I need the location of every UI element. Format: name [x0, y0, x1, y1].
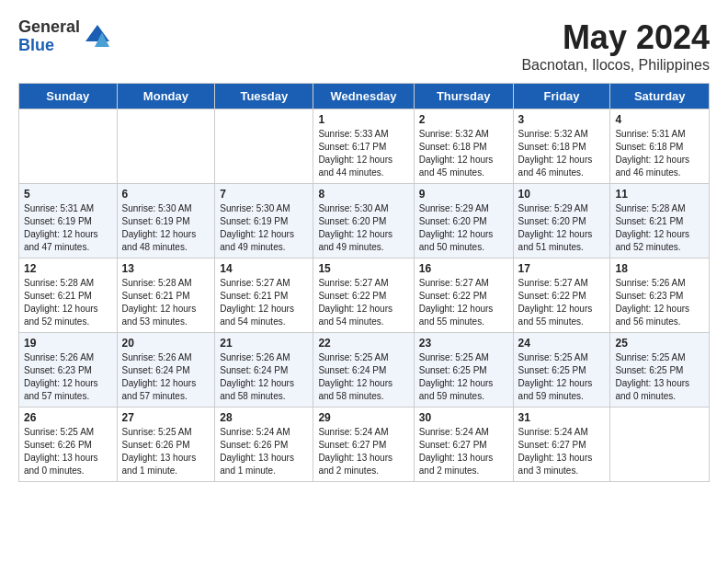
- day-number: 22: [318, 337, 408, 350]
- day-info: Sunrise: 5:26 AMSunset: 6:24 PMDaylight:…: [220, 351, 308, 403]
- calendar-day-cell: 18Sunrise: 5:26 AMSunset: 6:23 PMDayligh…: [610, 259, 710, 333]
- day-number: 9: [419, 188, 508, 201]
- day-info: Sunrise: 5:24 AMSunset: 6:26 PMDaylight:…: [220, 426, 308, 477]
- calendar-day-header: Monday: [117, 84, 215, 109]
- day-info: Sunrise: 5:27 AMSunset: 6:22 PMDaylight:…: [518, 277, 606, 328]
- day-number: 31: [518, 411, 606, 424]
- day-info: Sunrise: 5:31 AMSunset: 6:18 PMDaylight:…: [615, 128, 704, 179]
- calendar-day-cell: 17Sunrise: 5:27 AMSunset: 6:22 PMDayligh…: [513, 259, 610, 333]
- day-info: Sunrise: 5:30 AMSunset: 6:20 PMDaylight:…: [318, 202, 408, 254]
- day-number: 25: [615, 337, 704, 350]
- page-header: General Blue May 2024 Bacnotan, Ilocos, …: [18, 18, 710, 74]
- day-number: 29: [318, 411, 408, 424]
- day-info: Sunrise: 5:32 AMSunset: 6:18 PMDaylight:…: [518, 128, 606, 179]
- day-number: 28: [220, 411, 308, 424]
- day-number: 5: [24, 188, 112, 201]
- day-info: Sunrise: 5:28 AMSunset: 6:21 PMDaylight:…: [122, 277, 210, 328]
- location-title: Bacnotan, Ilocos, Philippines: [521, 57, 710, 74]
- calendar-day-cell: 13Sunrise: 5:28 AMSunset: 6:21 PMDayligh…: [117, 259, 215, 333]
- day-info: Sunrise: 5:25 AMSunset: 6:26 PMDaylight:…: [122, 426, 210, 477]
- calendar-day-cell: 24Sunrise: 5:25 AMSunset: 6:25 PMDayligh…: [513, 333, 610, 408]
- day-info: Sunrise: 5:28 AMSunset: 6:21 PMDaylight:…: [24, 277, 112, 328]
- day-number: 12: [24, 262, 112, 275]
- day-number: 1: [318, 113, 408, 126]
- day-number: 16: [419, 262, 508, 275]
- day-number: 4: [615, 113, 704, 126]
- day-number: 23: [419, 337, 508, 350]
- calendar-table: SundayMondayTuesdayWednesdayThursdayFrid…: [18, 83, 710, 482]
- day-number: 11: [615, 188, 704, 201]
- month-year-title: May 2024: [521, 18, 710, 57]
- calendar-day-cell: 11Sunrise: 5:28 AMSunset: 6:21 PMDayligh…: [610, 184, 710, 259]
- day-number: 3: [518, 113, 606, 126]
- calendar-day-cell: [215, 109, 313, 184]
- day-number: 7: [220, 188, 308, 201]
- day-info: Sunrise: 5:26 AMSunset: 6:24 PMDaylight:…: [122, 351, 210, 403]
- calendar-day-header: Tuesday: [215, 84, 313, 109]
- calendar-day-cell: 29Sunrise: 5:24 AMSunset: 6:27 PMDayligh…: [313, 408, 414, 482]
- logo-blue: Blue: [18, 37, 80, 55]
- calendar-day-cell: 20Sunrise: 5:26 AMSunset: 6:24 PMDayligh…: [117, 333, 215, 408]
- day-number: 2: [419, 113, 508, 126]
- calendar-day-cell: 4Sunrise: 5:31 AMSunset: 6:18 PMDaylight…: [610, 109, 710, 184]
- day-info: Sunrise: 5:27 AMSunset: 6:21 PMDaylight:…: [220, 277, 308, 328]
- day-number: 24: [518, 337, 606, 350]
- logo-icon: [84, 23, 111, 51]
- calendar-day-header: Friday: [513, 84, 610, 109]
- day-info: Sunrise: 5:25 AMSunset: 6:25 PMDaylight:…: [419, 351, 508, 403]
- calendar-day-header: Saturday: [610, 84, 710, 109]
- calendar-day-header: Thursday: [414, 84, 513, 109]
- day-number: 18: [615, 262, 704, 275]
- calendar-day-cell: 30Sunrise: 5:24 AMSunset: 6:27 PMDayligh…: [414, 408, 513, 482]
- calendar-day-cell: 1Sunrise: 5:33 AMSunset: 6:17 PMDaylight…: [313, 109, 414, 184]
- calendar-day-cell: 6Sunrise: 5:30 AMSunset: 6:19 PMDaylight…: [117, 184, 215, 259]
- title-block: May 2024 Bacnotan, Ilocos, Philippines: [521, 18, 710, 74]
- calendar-day-cell: 3Sunrise: 5:32 AMSunset: 6:18 PMDaylight…: [513, 109, 610, 184]
- day-info: Sunrise: 5:25 AMSunset: 6:25 PMDaylight:…: [518, 351, 606, 403]
- day-info: Sunrise: 5:26 AMSunset: 6:23 PMDaylight:…: [615, 277, 704, 328]
- day-info: Sunrise: 5:33 AMSunset: 6:17 PMDaylight:…: [318, 128, 408, 179]
- day-number: 27: [122, 411, 210, 424]
- day-info: Sunrise: 5:25 AMSunset: 6:26 PMDaylight:…: [24, 426, 112, 477]
- day-number: 20: [122, 337, 210, 350]
- day-info: Sunrise: 5:31 AMSunset: 6:19 PMDaylight:…: [24, 202, 112, 254]
- calendar-week-row: 5Sunrise: 5:31 AMSunset: 6:19 PMDaylight…: [19, 184, 710, 259]
- calendar-day-cell: 28Sunrise: 5:24 AMSunset: 6:26 PMDayligh…: [215, 408, 313, 482]
- calendar-week-row: 1Sunrise: 5:33 AMSunset: 6:17 PMDaylight…: [19, 109, 710, 184]
- day-info: Sunrise: 5:27 AMSunset: 6:22 PMDaylight:…: [419, 277, 508, 328]
- day-number: 26: [24, 411, 112, 424]
- day-info: Sunrise: 5:27 AMSunset: 6:22 PMDaylight:…: [318, 277, 408, 328]
- day-info: Sunrise: 5:26 AMSunset: 6:23 PMDaylight:…: [24, 351, 112, 403]
- calendar-day-header: Sunday: [19, 84, 118, 109]
- calendar-header-row: SundayMondayTuesdayWednesdayThursdayFrid…: [19, 84, 710, 109]
- calendar-day-cell: 8Sunrise: 5:30 AMSunset: 6:20 PMDaylight…: [313, 184, 414, 259]
- day-info: Sunrise: 5:30 AMSunset: 6:19 PMDaylight:…: [122, 202, 210, 254]
- calendar-day-cell: 22Sunrise: 5:25 AMSunset: 6:24 PMDayligh…: [313, 333, 414, 408]
- calendar-day-header: Wednesday: [313, 84, 414, 109]
- day-number: 30: [419, 411, 508, 424]
- calendar-day-cell: 2Sunrise: 5:32 AMSunset: 6:18 PMDaylight…: [414, 109, 513, 184]
- calendar-day-cell: 16Sunrise: 5:27 AMSunset: 6:22 PMDayligh…: [414, 259, 513, 333]
- calendar-day-cell: 9Sunrise: 5:29 AMSunset: 6:20 PMDaylight…: [414, 184, 513, 259]
- day-info: Sunrise: 5:30 AMSunset: 6:19 PMDaylight:…: [220, 202, 308, 254]
- day-info: Sunrise: 5:29 AMSunset: 6:20 PMDaylight:…: [419, 202, 508, 254]
- day-info: Sunrise: 5:24 AMSunset: 6:27 PMDaylight:…: [419, 426, 508, 477]
- calendar-day-cell: 7Sunrise: 5:30 AMSunset: 6:19 PMDaylight…: [215, 184, 313, 259]
- logo-general: General: [18, 18, 80, 37]
- day-number: 17: [518, 262, 606, 275]
- calendar-week-row: 19Sunrise: 5:26 AMSunset: 6:23 PMDayligh…: [19, 333, 710, 408]
- calendar-day-cell: [610, 408, 710, 482]
- day-info: Sunrise: 5:29 AMSunset: 6:20 PMDaylight:…: [518, 202, 606, 254]
- logo: General Blue: [18, 18, 111, 55]
- svg-marker-0: [85, 25, 109, 41]
- calendar-day-cell: 14Sunrise: 5:27 AMSunset: 6:21 PMDayligh…: [215, 259, 313, 333]
- calendar-day-cell: 12Sunrise: 5:28 AMSunset: 6:21 PMDayligh…: [19, 259, 118, 333]
- day-info: Sunrise: 5:25 AMSunset: 6:24 PMDaylight:…: [318, 351, 408, 403]
- day-info: Sunrise: 5:28 AMSunset: 6:21 PMDaylight:…: [615, 202, 704, 254]
- day-number: 14: [220, 262, 308, 275]
- day-number: 8: [318, 188, 408, 201]
- calendar-day-cell: 27Sunrise: 5:25 AMSunset: 6:26 PMDayligh…: [117, 408, 215, 482]
- day-number: 13: [122, 262, 210, 275]
- calendar-week-row: 26Sunrise: 5:25 AMSunset: 6:26 PMDayligh…: [19, 408, 710, 482]
- calendar-day-cell: [19, 109, 118, 184]
